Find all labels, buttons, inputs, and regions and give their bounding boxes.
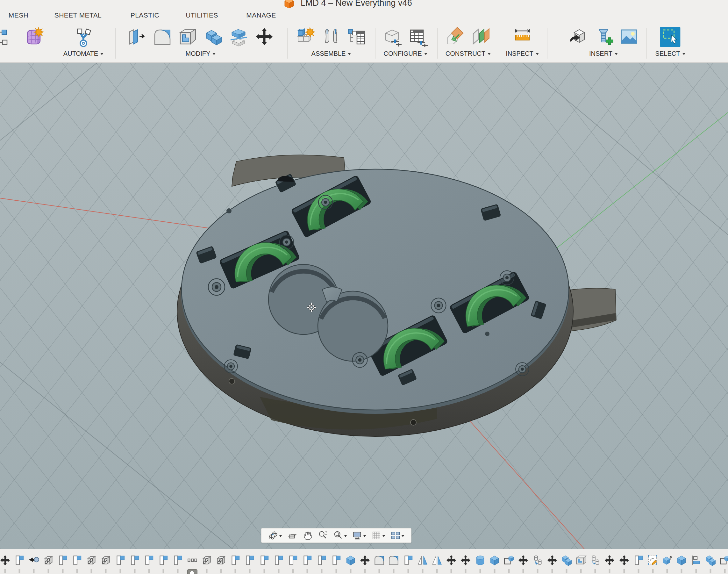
move-feature-icon[interactable] <box>445 555 457 566</box>
timeline-playhead[interactable] <box>187 569 198 574</box>
move-feature-icon[interactable] <box>359 555 371 566</box>
box-feature-icon[interactable] <box>345 555 356 566</box>
component-feature-icon[interactable] <box>633 555 644 566</box>
select-tool-icon[interactable] <box>660 27 681 47</box>
extrude-feature-icon[interactable] <box>661 555 673 566</box>
component-feature-icon[interactable] <box>71 555 83 566</box>
fit-tool[interactable] <box>331 528 349 542</box>
move-feature-icon[interactable] <box>0 555 11 566</box>
offset-plane-icon[interactable] <box>471 27 491 47</box>
component-feature-icon[interactable] <box>273 555 285 566</box>
orbit-tool[interactable] <box>266 528 284 542</box>
component-table-icon[interactable] <box>346 27 367 47</box>
insert-mcmaster-icon[interactable] <box>593 27 614 47</box>
measure-icon[interactable] <box>512 27 532 47</box>
canvas-icon[interactable] <box>619 27 639 47</box>
link-feature-icon[interactable] <box>100 555 112 566</box>
group-label-construct[interactable]: CONSTRUCT <box>445 50 491 57</box>
project-feature-icon[interactable] <box>719 555 728 566</box>
chevron-down-icon <box>212 53 216 57</box>
fillet-feature-icon[interactable] <box>374 555 385 566</box>
mirror-feature-icon[interactable] <box>431 555 443 566</box>
link-feature-icon[interactable] <box>215 555 227 566</box>
viewport-3d[interactable] <box>0 63 728 549</box>
component-feature-icon[interactable] <box>259 555 270 566</box>
robot-chassis-model[interactable] <box>177 155 616 437</box>
timeline-tick <box>566 569 567 573</box>
move-feature-icon[interactable] <box>517 555 529 566</box>
tab-utilities[interactable]: UTILITIES <box>186 11 218 19</box>
grid-and-snaps[interactable] <box>370 528 387 542</box>
component-feature-icon[interactable] <box>287 555 299 566</box>
display-settings[interactable] <box>350 528 368 542</box>
component-feature-icon[interactable] <box>302 555 313 566</box>
shell-icon[interactable] <box>178 27 198 47</box>
press-pull-icon[interactable] <box>127 27 147 47</box>
component-feature-icon[interactable] <box>229 555 241 566</box>
ground-feature-icon[interactable] <box>28 555 40 566</box>
construction-plane-icon[interactable] <box>445 27 466 47</box>
component-feature-icon[interactable] <box>129 555 140 566</box>
component-feature-icon[interactable] <box>316 555 327 566</box>
create-mesh-icon[interactable] <box>24 27 45 47</box>
viewports[interactable] <box>388 528 406 542</box>
zoom-tool[interactable] <box>316 528 330 542</box>
link-feature-icon[interactable] <box>43 555 54 566</box>
fillet-feature-icon[interactable] <box>388 555 399 566</box>
copy-feature-icon[interactable] <box>532 555 543 566</box>
tab-manage[interactable]: MANAGE <box>246 11 276 19</box>
group-label-insert[interactable]: INSERT <box>589 50 618 57</box>
group-label-configure[interactable]: CONFIGURE <box>384 50 427 57</box>
align-feature-icon[interactable] <box>690 555 702 566</box>
skirt-screw <box>229 378 235 384</box>
component-feature-icon[interactable] <box>158 555 169 566</box>
combine-icon[interactable] <box>203 27 223 47</box>
sketch-feature-icon[interactable] <box>647 555 658 566</box>
insert-derive-icon[interactable] <box>568 27 588 47</box>
joint-icon[interactable] <box>321 27 341 47</box>
mirror-feature-icon[interactable] <box>417 555 428 566</box>
component-feature-icon[interactable] <box>244 555 255 566</box>
component-feature-icon[interactable] <box>402 555 414 566</box>
component-feature-icon[interactable] <box>331 555 342 566</box>
box-feature-icon[interactable] <box>489 555 500 566</box>
component-feature-icon[interactable] <box>172 555 183 566</box>
link-feature-icon[interactable] <box>86 555 97 566</box>
link-feature-icon[interactable] <box>201 555 212 566</box>
group-label-modify[interactable]: MODIFY <box>186 50 216 57</box>
new-component-icon[interactable] <box>296 27 316 47</box>
group-label-inspect[interactable]: INSPECT <box>506 50 539 57</box>
component-feature-icon[interactable] <box>14 555 25 566</box>
move-feature-icon[interactable] <box>460 555 471 566</box>
pan-tool[interactable] <box>301 528 315 542</box>
split-body-icon[interactable] <box>229 27 249 47</box>
box-feature-icon[interactable] <box>676 555 687 566</box>
move-copy-icon[interactable] <box>254 27 274 47</box>
project-feature-icon[interactable] <box>503 555 515 566</box>
group-label-select[interactable]: SELECT <box>655 50 686 57</box>
group-label-automate[interactable]: AUTOMATE <box>63 50 103 57</box>
component-feature-icon[interactable] <box>143 555 155 566</box>
move-feature-icon[interactable] <box>618 555 630 566</box>
tab-plastic[interactable]: PLASTIC <box>131 11 159 19</box>
move-feature-icon[interactable] <box>547 555 558 566</box>
shell-feature-icon[interactable] <box>575 555 587 566</box>
component-feature-icon[interactable] <box>115 555 126 566</box>
configure-feature-icon[interactable] <box>382 27 403 47</box>
cylinder-feature-icon[interactable] <box>474 555 486 566</box>
tab-mesh[interactable]: MESH <box>9 11 28 19</box>
move-feature-icon[interactable] <box>604 555 615 566</box>
pattern-feature-icon[interactable] <box>186 555 198 566</box>
group-label-assemble[interactable]: ASSEMBLE <box>311 50 351 57</box>
timeline-tick <box>4 569 6 573</box>
look-at-tool[interactable] <box>285 528 299 542</box>
fillet-icon[interactable] <box>152 27 173 47</box>
combine-feature-icon[interactable] <box>561 555 572 566</box>
selection-set-icon[interactable] <box>0 27 15 47</box>
tab-sheet-metal[interactable]: SHEET METAL <box>54 11 101 19</box>
combine-feature-icon[interactable] <box>705 555 716 566</box>
copy-feature-icon[interactable] <box>590 555 601 566</box>
configuration-table-icon[interactable] <box>408 27 428 47</box>
scripts-addins-icon[interactable] <box>73 27 94 47</box>
component-feature-icon[interactable] <box>57 555 69 566</box>
